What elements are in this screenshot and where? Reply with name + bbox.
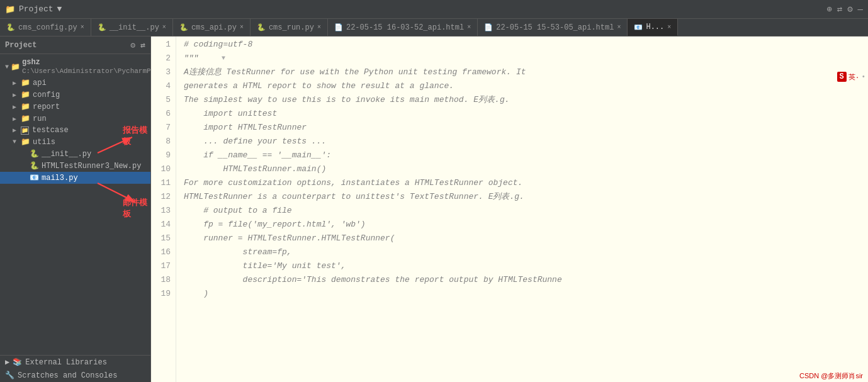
tab-cms-api-label: cms_api.py xyxy=(191,23,237,32)
fold-icon-2[interactable]: ▼ xyxy=(222,52,225,65)
tree-item-testcase[interactable]: ▶ 📁 testcase xyxy=(0,125,150,136)
code-line-6: import unittest xyxy=(184,107,860,121)
editor-content[interactable]: 1 2 3 4 5 6 7 8 9 10 11 12 13 14 15 16 1… xyxy=(151,37,868,382)
toolbar-dropdown-icon[interactable]: ▼ xyxy=(57,4,62,14)
sohu-area: S 英· • xyxy=(837,72,865,82)
folder-icon-api: 📁 xyxy=(21,78,31,87)
tree-label-gshz: gshz C:\Users\Administrator\PycharmProje… xyxy=(22,58,150,76)
tab-cms-run[interactable]: 🐍 cms_run.py × xyxy=(251,19,328,36)
arrow-gshz: ▼ xyxy=(5,64,9,70)
tree-item-htmltestrunner[interactable]: 🐍 HTMLTestRunner3_New.py xyxy=(0,160,150,172)
line-num-7: 7 xyxy=(156,121,171,135)
code-line-10: HTMLTestRunner.main() xyxy=(184,162,860,176)
tree-item-report[interactable]: ▶ 📁 report xyxy=(0,101,150,113)
folder-icon-run: 📁 xyxy=(21,114,31,123)
external-libraries-icon: 📚 xyxy=(13,357,22,367)
code-line-2: """ ▼ xyxy=(184,52,860,65)
sohu-dot: • xyxy=(861,73,865,81)
sidebar-expand-icon[interactable]: ⇄ xyxy=(140,40,145,50)
toolbar: 📁 Project ▼ ⊕ ⇄ ⚙ — xyxy=(0,0,868,19)
code-text-8: ... define your tests ... xyxy=(184,135,326,149)
add-icon[interactable]: ⊕ xyxy=(826,4,831,14)
tree-item-utils[interactable]: ▼ 📁 utils xyxy=(0,136,150,148)
code-text-1: # coding=utf-8 xyxy=(184,38,252,52)
tab-cms-api[interactable]: 🐍 cms_api.py × xyxy=(173,19,251,36)
line-num-15: 15 xyxy=(156,232,171,245)
tab-html1[interactable]: 📄 22-05-15 16-03-52_api.html × xyxy=(328,19,478,36)
folder-icon-gshz: 📁 xyxy=(11,62,20,72)
tab-init[interactable]: 🐍 __init__.py × xyxy=(91,19,173,36)
main-content: Project ⚙ ⇄ ▼ 📁 gshz C:\Users\Administra… xyxy=(0,37,868,382)
line-num-12: 12 xyxy=(156,190,171,204)
tree-label-utils: utils xyxy=(33,138,145,147)
line-num-16: 16 xyxy=(156,245,171,259)
sidebar-header-icons: ⚙ ⇄ xyxy=(130,40,145,50)
tab-bar: 🐍 cms_config.py × 🐍 __init__.py × 🐍 cms_… xyxy=(0,19,868,37)
tab-h[interactable]: 📧 H... × xyxy=(628,19,678,36)
line-num-17: 17 xyxy=(156,259,171,273)
tab-init-close[interactable]: × xyxy=(162,24,166,31)
tree-label-mail3: mail3.py xyxy=(42,174,145,183)
tree-item-mail3[interactable]: 📧 mail3.py xyxy=(0,172,150,184)
code-line-18: description='This demonstrates the repor… xyxy=(184,273,860,287)
tree-item-config[interactable]: ▶ 📁 config xyxy=(0,89,150,101)
tree-label-config: config xyxy=(33,91,145,99)
code-line-3: A连接信息 TestRunner for use with the Python… xyxy=(184,65,860,79)
code-line-4: generates a HTML report to show the resu… xyxy=(184,79,860,93)
sync-icon[interactable]: ⇄ xyxy=(837,4,842,14)
code-area[interactable]: # coding=utf-8 """ ▼ A连接信息 TestRunner fo… xyxy=(176,37,868,382)
folder-icon-report: 📁 xyxy=(21,102,31,111)
tab-cms-api-close[interactable]: × xyxy=(240,24,244,31)
tab-h-label: H... xyxy=(646,23,664,31)
tab-cms-run-icon: 🐍 xyxy=(257,23,266,31)
line-num-19: 19 xyxy=(156,287,171,301)
tab-cms-config[interactable]: 🐍 cms_config.py × xyxy=(0,19,91,36)
scratches-icon: 🔧 xyxy=(5,371,14,380)
minimize-icon[interactable]: — xyxy=(858,4,863,14)
tree-label-report: report xyxy=(33,103,145,111)
toolbar-left: 📁 Project ▼ xyxy=(5,4,62,14)
code-text-13: # output to a file xyxy=(184,204,292,218)
sidebar-gear-icon[interactable]: ⚙ xyxy=(130,40,135,50)
tree-item-gshz[interactable]: ▼ 📁 gshz C:\Users\Administrator\PycharmP… xyxy=(0,57,150,77)
code-text-19: ) xyxy=(184,287,208,301)
tree-item-run[interactable]: ▶ 📁 run xyxy=(0,113,150,125)
sidebar-header: Project ⚙ ⇄ xyxy=(0,37,150,54)
settings-icon[interactable]: ⚙ xyxy=(847,4,852,14)
tree-label-testcase: testcase xyxy=(32,126,145,135)
tab-html2-close[interactable]: × xyxy=(617,24,621,31)
arrow-utils: ▼ xyxy=(13,138,19,145)
sohu-label: 英· xyxy=(848,72,860,82)
tab-cms-config-close[interactable]: × xyxy=(81,24,84,31)
toolbar-icons: ⊕ ⇄ ⚙ — xyxy=(826,4,863,14)
tree-label-init: __init__.py xyxy=(42,150,145,159)
sidebar-item-external-libraries[interactable]: ▶ 📚 External Libraries xyxy=(0,356,150,369)
code-text-10: HTMLTestRunner.main() xyxy=(184,162,326,176)
file-icon-init: 🐍 xyxy=(30,149,40,159)
code-line-5: The simplest way to use this is to invok… xyxy=(184,93,860,107)
code-text-2: """ xyxy=(184,52,198,65)
tree-item-api[interactable]: ▶ 📁 api xyxy=(0,77,150,89)
sidebar-item-scratches[interactable]: 🔧 Scratches and Consoles xyxy=(0,369,150,382)
tree-item-init[interactable]: 🐍 __init__.py xyxy=(0,148,150,160)
sidebar-title: Project xyxy=(5,41,37,50)
code-text-17: title='My unit test', xyxy=(184,259,346,273)
toolbar-title: Project xyxy=(19,4,54,14)
code-text-16: stream=fp, xyxy=(184,245,292,259)
code-line-12: HTMLTestRunner is a counterpart to unitt… xyxy=(184,190,860,204)
code-line-16: stream=fp, xyxy=(184,245,860,259)
tab-html2-label: 22-05-15 15-53-05_api.html xyxy=(496,23,614,32)
tab-cms-run-close[interactable]: × xyxy=(317,24,321,31)
tab-cms-api-icon: 🐍 xyxy=(179,23,188,31)
tab-html2[interactable]: 📄 22-05-15 15-53-05_api.html × xyxy=(478,19,628,36)
tab-html2-icon: 📄 xyxy=(484,23,493,31)
code-text-3: A连接信息 TestRunner for use with the Python… xyxy=(184,65,526,79)
tab-html1-close[interactable]: × xyxy=(467,24,471,31)
tab-h-close[interactable]: × xyxy=(667,24,671,31)
code-line-19: ) xyxy=(184,287,860,301)
code-editor: 1 2 3 4 5 6 7 8 9 10 11 12 13 14 15 16 1… xyxy=(151,37,868,382)
line-num-14: 14 xyxy=(156,218,171,232)
code-line-9: if __name__ == '__main__': xyxy=(184,149,860,162)
folder-icon-utils: 📁 xyxy=(21,137,31,147)
tab-init-label: __init__.py xyxy=(110,23,159,32)
